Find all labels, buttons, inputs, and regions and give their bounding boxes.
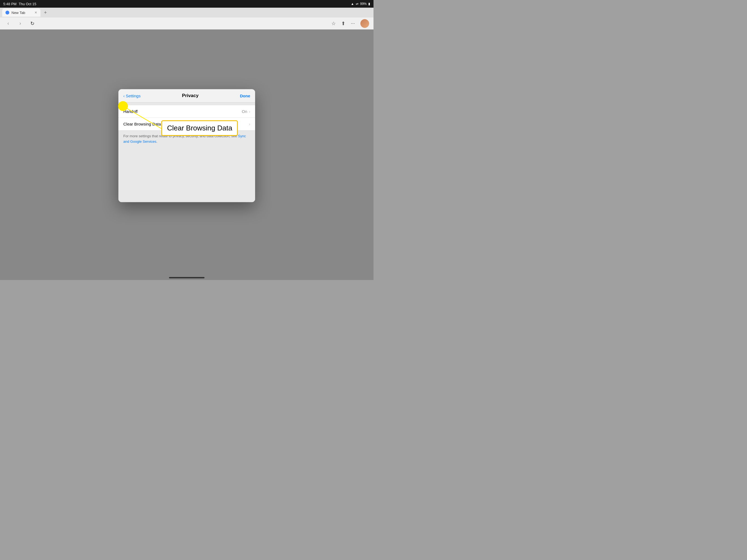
- home-indicator: [169, 277, 205, 278]
- handoff-chevron-icon: ›: [249, 109, 250, 114]
- modal-header: ‹ Settings Privacy Done: [119, 89, 255, 103]
- tab-label: New Tab: [11, 11, 25, 15]
- privacy-settings-modal: ‹ Settings Privacy Done Handoff On › Cle…: [119, 89, 255, 202]
- new-tab-button[interactable]: +: [42, 9, 49, 17]
- battery-level: 99%: [360, 2, 367, 6]
- wifi-icon: ⇌: [356, 2, 358, 6]
- battery-icon: ▮: [368, 2, 370, 6]
- tab-bar: New Tab ✕ +: [0, 8, 374, 18]
- more-button[interactable]: ···: [351, 21, 355, 26]
- handoff-label: Handoff: [123, 109, 242, 114]
- modal-title: Privacy: [182, 93, 199, 98]
- tab-close-button[interactable]: ✕: [34, 11, 37, 15]
- annotation-tooltip: Clear Browsing Data: [161, 120, 238, 136]
- status-bar: 5:48 PM Thu Oct 15 ▲ ⇌ 99% ▮: [0, 0, 374, 8]
- nav-right-actions: ☆ ⬆ ···: [331, 19, 369, 28]
- tab-favicon: [5, 11, 9, 15]
- time: 5:48 PM: [3, 2, 17, 6]
- status-bar-right: ▲ ⇌ 99% ▮: [351, 2, 370, 6]
- handoff-value: On: [242, 109, 247, 114]
- navigation-bar: ‹ › ↻ ☆ ⬆ ···: [0, 18, 374, 29]
- active-tab[interactable]: New Tab ✕: [2, 8, 41, 17]
- status-bar-left: 5:48 PM Thu Oct 15: [3, 2, 36, 6]
- back-to-settings-button[interactable]: ‹ Settings: [123, 94, 140, 98]
- date: Thu Oct 15: [19, 2, 36, 6]
- back-button[interactable]: ‹: [4, 20, 12, 27]
- annotation-circle: [118, 101, 128, 111]
- back-chevron-icon: ‹: [123, 94, 125, 98]
- handoff-row[interactable]: Handoff On ›: [119, 105, 255, 118]
- back-label: Settings: [126, 94, 140, 98]
- signal-icon: ▲: [351, 2, 354, 6]
- forward-button[interactable]: ›: [17, 20, 24, 27]
- share-button[interactable]: ⬆: [341, 21, 345, 27]
- clear-browsing-chevron-icon: ›: [249, 122, 250, 126]
- bookmark-button[interactable]: ☆: [331, 21, 336, 27]
- tooltip-text: Clear Browsing Data: [167, 124, 232, 132]
- modal-empty-area: [119, 147, 255, 202]
- footer-period: .: [156, 139, 157, 144]
- user-avatar[interactable]: [360, 19, 369, 28]
- done-button[interactable]: Done: [240, 94, 250, 98]
- refresh-button[interactable]: ↻: [28, 20, 36, 27]
